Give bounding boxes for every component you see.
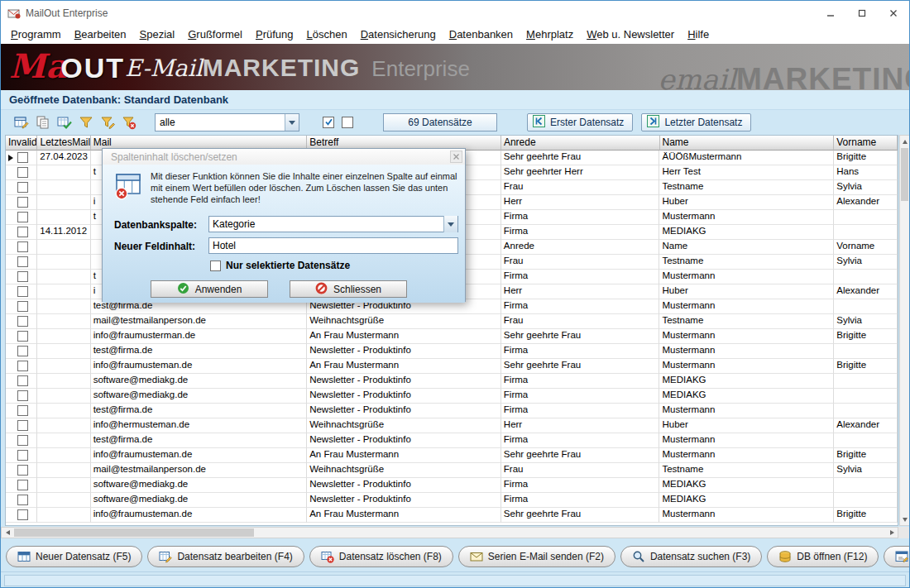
invalid-checkbox[interactable] [17,316,28,327]
table-row-25[interactable]: info@fraumusteman.deAn Frau MustermannSe… [6,508,898,523]
table-row-12[interactable]: mail@testmailanperson.deWeihnachtsgrüßeF… [6,314,898,329]
invalid-checkbox[interactable] [17,271,28,282]
invalid-checkbox[interactable] [17,301,28,312]
datensatz-bearbeiten-f4-button[interactable]: Datensatz bearbeiten (F4) [147,546,304,567]
horizontal-scroll-thumb[interactable] [14,528,254,537]
datensatz-l-schen-f8-button[interactable]: Datensatz löschen (F8) [309,546,453,567]
table-row-16[interactable]: software@mediakg.deNewsletter - Produkti… [6,374,898,389]
table-row-23[interactable]: software@mediakg.deNewsletter - Produkti… [6,478,898,493]
table-row-22[interactable]: mail@testmailanperson.deWeihnachtsgrüßeF… [6,463,898,478]
banner-title-italic: E-Mail [125,55,203,82]
vertical-scrollbar[interactable] [899,135,910,526]
invalid-checkbox[interactable] [17,420,28,431]
table-row-24[interactable]: software@mediakg.deNewsletter - Produkti… [6,493,898,508]
menu-item-datensicherung[interactable]: Datensicherung [354,26,443,44]
datensatz-suchen-f3-button[interactable]: Datensatz suchen (F3) [620,546,762,567]
invalid-checkbox[interactable] [17,435,28,446]
menu-item-programm[interactable]: Programm [4,26,68,44]
menu-item-bearbeiten[interactable]: Bearbeiten [68,26,133,44]
vertical-scroll-thumb[interactable] [901,148,908,201]
invalid-checkbox[interactable] [17,197,28,208]
record-count-panel[interactable]: 69 Datensätze [383,113,497,131]
newsletter-designer-button[interactable]: Newsletter designer [884,546,909,567]
check-table-icon[interactable] [54,112,75,132]
menu-item-spezial[interactable]: Spezial [133,26,182,44]
invalid-checkbox[interactable] [17,152,28,163]
neuer-datensatz-f5-button[interactable]: Neuer Datensatz (F5) [6,546,142,567]
select-all-checkbox[interactable] [323,117,334,128]
apply-button[interactable]: Anwenden [151,280,268,298]
cell-name: Huber [659,284,834,299]
invalid-checkbox[interactable] [17,375,28,386]
scroll-down-arrow[interactable] [900,514,909,525]
db-ffnen-f12-button[interactable]: DB öffnen (F12) [767,546,879,567]
invalid-checkbox[interactable] [17,227,28,237]
table-row-20[interactable]: test@firma.deNewsletter - ProduktinfoFir… [6,433,898,448]
filter-clear-icon[interactable] [118,112,140,132]
menu-item-gru-formel[interactable]: Grußformel [181,26,249,44]
table-row-13[interactable]: info@fraumusterman.deAn Frau MustermannS… [6,329,898,344]
invalid-checkbox[interactable] [17,212,28,222]
invalid-checkbox[interactable] [17,331,28,342]
dialog-close-action-button[interactable]: Schliessen [290,280,407,298]
invalid-checkbox[interactable] [17,182,28,193]
table-row-14[interactable]: test@firma.deNewsletter - ProduktinfoFir… [6,344,898,359]
table-row-15[interactable]: info@fraumusteman.deAn Frau MustermannSe… [6,359,898,374]
invalid-checkbox[interactable] [17,480,28,490]
column-header-vorname[interactable]: Vorname [834,136,898,151]
table-row-17[interactable]: software@mediakg.deNewsletter - Produkti… [6,389,898,404]
dialog-close-button[interactable] [450,151,462,163]
column-header-anrede[interactable]: Anrede [501,136,660,151]
maximize-button[interactable] [846,1,878,26]
table-row-19[interactable]: info@hermusteman.deWeihnachtsgrüßeHerrHu… [6,418,898,433]
invalid-checkbox[interactable] [17,167,28,178]
invalid-checkbox[interactable] [17,465,28,476]
cell-anrede: Sehr geehrter Herr [501,165,660,180]
invalid-checkbox[interactable] [17,286,28,297]
cell-vorname [834,210,898,225]
new-value-input[interactable] [208,237,458,254]
filter-dropdown[interactable]: alle [155,113,299,131]
close-button[interactable] [878,1,909,26]
minimize-button[interactable] [815,1,846,26]
deselect-all-checkbox[interactable] [342,117,353,128]
menu-item-hilfe[interactable]: Hilfe [681,26,716,44]
first-record-button[interactable]: Erster Datensatz [527,113,633,131]
invalid-checkbox[interactable] [17,241,28,252]
column-header-invalid[interactable]: Invalid [6,136,37,151]
filter-icon[interactable] [75,112,97,132]
cell-lm [37,344,90,359]
cell-name: Mustermann [659,508,834,523]
invalid-checkbox[interactable] [17,390,28,401]
logo-block-text: OUT [60,52,125,84]
invalid-checkbox[interactable] [17,361,28,371]
invalid-checkbox[interactable] [17,509,28,520]
table-row-18[interactable]: test@firma.deNewsletter - ProduktinfoFir… [6,404,898,418]
copy-icon[interactable] [32,112,54,132]
table-row-21[interactable]: info@fraumusteman.deAn Frau MustermannSe… [6,448,898,463]
column-header-name[interactable]: Name [660,136,835,151]
menu-item-mehrplatz[interactable]: Mehrplatz [520,26,580,44]
selected-only-checkbox[interactable] [210,261,221,271]
invalid-checkbox[interactable] [17,405,28,416]
horizontal-scrollbar[interactable] [1,527,898,538]
cell-vorname: Alexander [834,284,898,299]
edit-table-icon[interactable] [11,112,32,132]
column-header-letztesmail[interactable]: LetztesMail [37,136,90,151]
invalid-checkbox[interactable] [17,495,28,505]
invalid-checkbox[interactable] [17,346,28,356]
menu-item-l-schen[interactable]: Löschen [300,26,354,44]
serien-e-mail-senden-f2-button[interactable]: Serien E-Mail senden (F2) [458,546,615,567]
scroll-up-arrow[interactable] [900,136,909,147]
menu-item-web-u-newsletter[interactable]: Web u. Newsletter [580,26,681,44]
scroll-right-arrow[interactable] [886,528,898,538]
menu-item-datenbanken[interactable]: Datenbanken [443,26,520,44]
cell-lm: 14.11.2012 [37,225,90,240]
invalid-checkbox[interactable] [17,450,28,461]
scroll-left-arrow[interactable] [2,528,13,538]
menu-item-pr-fung[interactable]: Prüfung [249,26,300,44]
last-record-button[interactable]: Letzter Datensatz [641,113,751,131]
invalid-checkbox[interactable] [17,256,28,267]
database-column-select[interactable]: Kategorie [208,216,458,232]
filter-edit-icon[interactable] [97,112,118,132]
